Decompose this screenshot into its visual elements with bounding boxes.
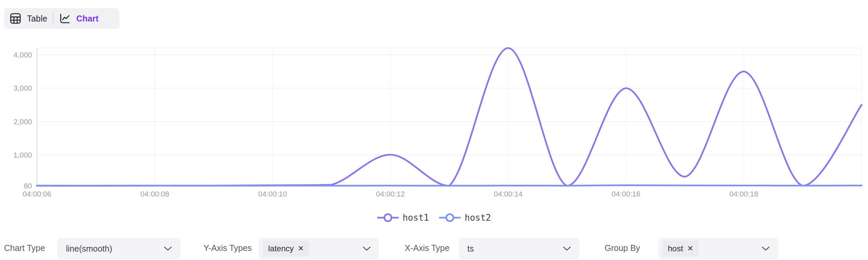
series-line-host2 — [37, 185, 862, 186]
y-axis-tick-label: 4,000 — [13, 51, 32, 59]
group-by-select[interactable]: host ✕ — [658, 238, 778, 259]
legend-label: host2 — [465, 213, 491, 223]
chart-type-label: Chart Type — [4, 237, 45, 259]
x-axis-type-value: ts — [467, 244, 474, 254]
x-axis-tick-label: 04:00:06 — [23, 190, 52, 198]
x-axis-type-select[interactable]: ts — [459, 238, 579, 259]
line-chart: 801,0002,0003,0004,00004:00:0604:00:0804… — [0, 0, 868, 208]
x-axis-tick-label: 04:00:14 — [494, 190, 523, 198]
legend-item-host2[interactable]: host2 — [439, 212, 491, 223]
legend-label: host1 — [403, 213, 429, 223]
group-by-tag-host: host ✕ — [662, 240, 699, 257]
x-axis-type-label: X-Axis Type — [405, 237, 450, 259]
y-axis-tick-label: 1,000 — [13, 151, 32, 159]
chart-controls: Chart Type line(smooth) Y-Axis Types lat… — [0, 237, 868, 260]
chart-legend: host1 host2 — [0, 211, 868, 224]
y-axis-types-label: Y-Axis Types — [204, 237, 252, 259]
x-axis-tick-label: 04:00:08 — [140, 190, 169, 198]
chevron-down-icon — [562, 246, 571, 251]
chart-view-screen: Table Chart 801,0002,0003,0004,00004:00:… — [0, 0, 868, 260]
legend-marker-icon — [377, 212, 399, 223]
y-axis-tick-label: 3,000 — [13, 84, 32, 92]
series-line-host1 — [37, 48, 862, 186]
y-axis-tag-latency: latency ✕ — [263, 240, 309, 257]
tag-label: host — [668, 244, 683, 253]
legend-marker-icon — [439, 212, 461, 223]
chevron-down-icon — [761, 246, 770, 251]
x-axis-tick-label: 04:00:10 — [258, 190, 287, 198]
chevron-down-icon — [163, 246, 172, 251]
chevron-down-icon — [362, 246, 371, 251]
remove-tag-button[interactable]: ✕ — [687, 245, 693, 252]
y-axis-tick-label: 2,000 — [13, 118, 32, 126]
chart-type-select[interactable]: line(smooth) — [57, 238, 180, 259]
remove-tag-button[interactable]: ✕ — [298, 245, 304, 252]
x-axis-tick-label: 04:00:12 — [376, 190, 405, 198]
chart-type-value: line(smooth) — [66, 244, 112, 254]
group-by-label: Group By — [604, 237, 640, 259]
legend-item-host1[interactable]: host1 — [377, 212, 429, 223]
y-axis-types-select[interactable]: latency ✕ — [259, 238, 379, 259]
tag-label: latency — [268, 244, 294, 253]
x-axis-tick-label: 04:00:16 — [612, 190, 641, 198]
y-axis-tick-label: 80 — [24, 182, 32, 190]
x-axis-tick-label: 04:00:18 — [730, 190, 758, 198]
